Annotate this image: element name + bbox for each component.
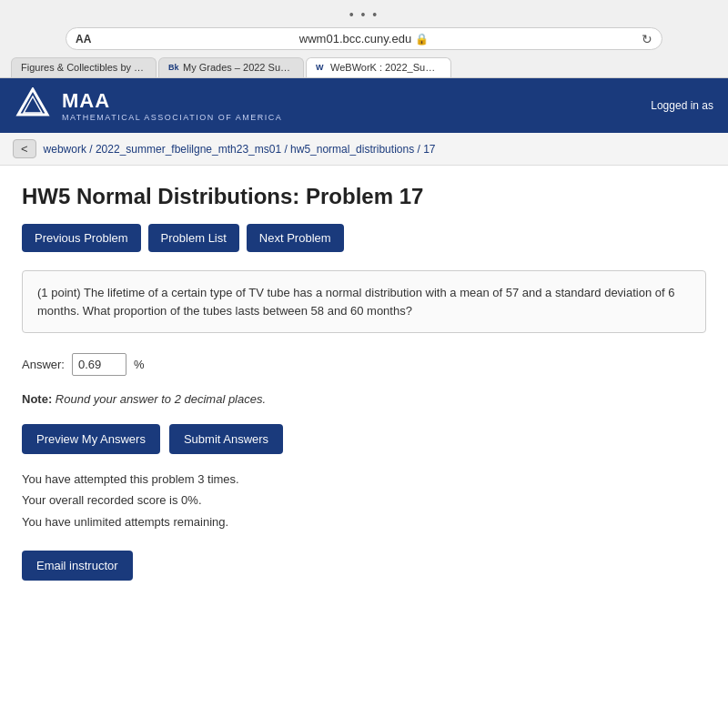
maa-header: MAA Mathematical Association of America …: [0, 78, 728, 133]
tab-favicon-webwork: W: [316, 63, 327, 74]
next-problem-button[interactable]: Next Problem: [247, 224, 344, 252]
maa-title-block: MAA Mathematical Association of America: [62, 89, 282, 122]
address-bar: AA wwm01.bcc.cuny.edu 🔒 ↻: [66, 27, 662, 50]
tab-webwork[interactable]: WWeBWorK : 2022_Summe ×: [306, 57, 451, 77]
maa-logo-icon: [15, 87, 51, 124]
problem-list-button[interactable]: Problem List: [148, 224, 239, 252]
answer-label: Answer:: [22, 358, 65, 371]
back-button[interactable]: <: [13, 139, 36, 158]
tab-figures[interactable]: Figures & Collectibles by Kidro...: [11, 57, 157, 77]
attempt-line1: You have attempted this problem 3 times.: [22, 469, 706, 490]
tab-favicon-grades: Bk: [168, 63, 179, 74]
breadcrumb: webwork / 2022_summer_fbelilgne_mth23_ms…: [44, 143, 436, 156]
browser-chrome: • • • AA wwm01.bcc.cuny.edu 🔒 ↻ Figures …: [0, 0, 728, 78]
attempt-info: You have attempted this problem 3 times.…: [22, 469, 706, 532]
previous-problem-button[interactable]: Previous Problem: [22, 224, 141, 252]
aa-label: AA: [76, 33, 91, 46]
answer-input[interactable]: [72, 353, 126, 376]
main-content: HW5 Normal Distributions: Problem 17 Pre…: [0, 166, 728, 599]
svg-marker-0: [18, 89, 47, 115]
preview-answers-button[interactable]: Preview My Answers: [22, 424, 160, 454]
page-title: HW5 Normal Distributions: Problem 17: [22, 184, 706, 209]
nav-buttons: Previous Problem Problem List Next Probl…: [22, 224, 706, 252]
email-instructor-button[interactable]: Email instructor: [22, 551, 133, 581]
lock-icon: 🔒: [415, 33, 429, 46]
answer-row: Answer: %: [22, 348, 706, 381]
submit-answers-button[interactable]: Submit Answers: [169, 424, 283, 454]
page-wrapper: MAA Mathematical Association of America …: [0, 78, 728, 728]
action-buttons: Preview My Answers Submit Answers: [22, 424, 706, 454]
problem-text: (1 point) The lifetime of a certain type…: [22, 270, 706, 333]
address-text: wwm01.bcc.cuny.edu: [299, 32, 411, 46]
browser-tabs: Figures & Collectibles by Kidro... BkMy …: [11, 57, 717, 77]
percent-label: %: [134, 358, 145, 371]
breadcrumb-bar: < webwork / 2022_summer_fbelilgne_mth23_…: [0, 133, 728, 166]
browser-dots: • • •: [11, 7, 717, 22]
note-label: Note:: [22, 392, 52, 406]
note-text: Note: Round your answer to 2 decimal pla…: [22, 392, 706, 406]
reload-button[interactable]: ↻: [642, 32, 652, 46]
maa-name: MAA: [62, 89, 282, 113]
attempt-line3: You have unlimited attempts remaining.: [22, 511, 706, 532]
tab-grades[interactable]: BkMy Grades – 2022 Summer Term (4W1) Pro…: [158, 57, 304, 77]
header-logged-in: Logged in as: [651, 99, 713, 112]
maa-subtitle: Mathematical Association of America: [62, 113, 282, 122]
attempt-line2: Your overall recorded score is 0%.: [22, 490, 706, 511]
